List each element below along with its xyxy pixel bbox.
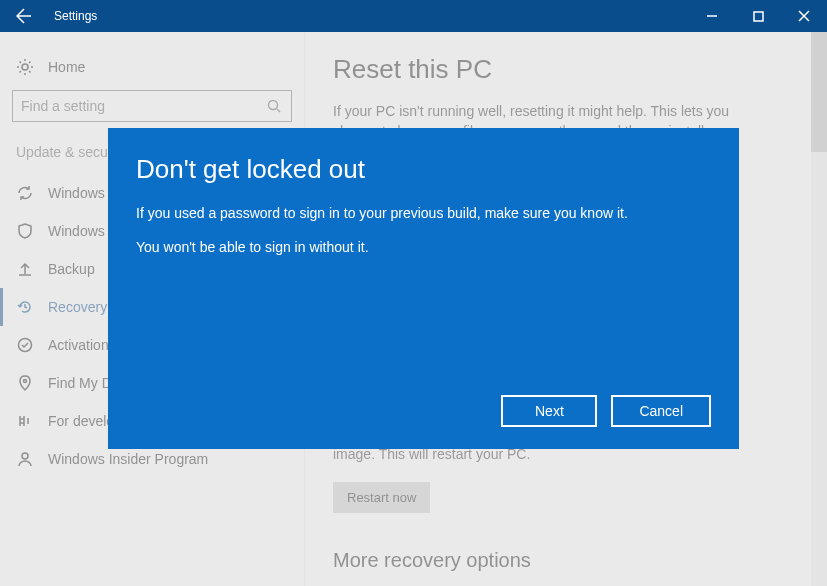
window-titlebar: Settings (0, 0, 827, 32)
next-button[interactable]: Next (501, 395, 597, 427)
warning-dialog: Don't get locked out If you used a passw… (108, 128, 739, 449)
cancel-button[interactable]: Cancel (611, 395, 711, 427)
dialog-line2: You won't be able to sign in without it. (136, 239, 711, 255)
close-button[interactable] (781, 0, 827, 32)
window-title: Settings (48, 9, 689, 23)
dialog-line1: If you used a password to sign in to you… (136, 205, 711, 221)
svg-rect-0 (754, 12, 763, 21)
back-button[interactable] (0, 0, 48, 32)
dialog-title: Don't get locked out (136, 154, 711, 185)
maximize-button[interactable] (735, 0, 781, 32)
minimize-button[interactable] (689, 0, 735, 32)
